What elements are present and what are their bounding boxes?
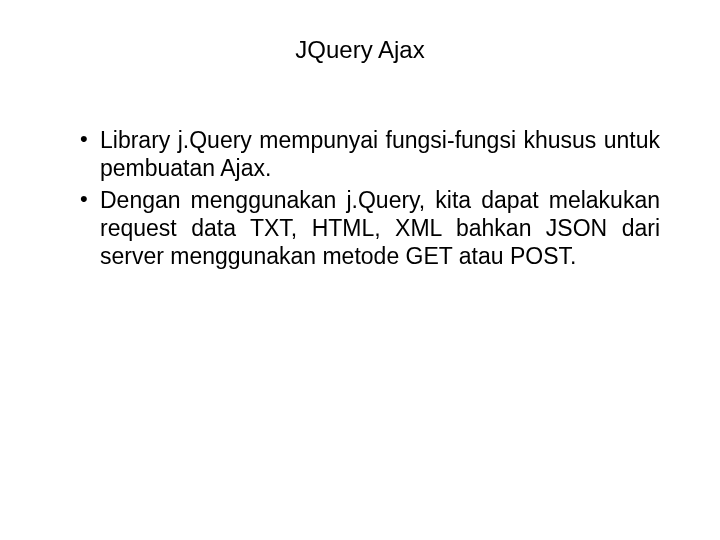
bullet-list: Library j.Query mempunyai fungsi-fungsi … [60,126,660,270]
slide-title: JQuery Ajax [60,36,660,64]
list-item: Library j.Query mempunyai fungsi-fungsi … [80,126,660,182]
list-item: Dengan menggunakan j.Query, kita dapat m… [80,186,660,270]
slide: JQuery Ajax Library j.Query mempunyai fu… [0,0,720,540]
